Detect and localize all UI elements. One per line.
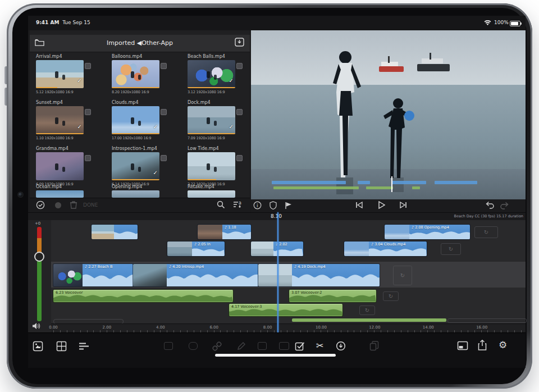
insert-clip-icon[interactable] (336, 341, 346, 351)
timeline-playhead[interactable] (277, 212, 278, 332)
ruler-label: 12.00 (369, 325, 380, 330)
link-clips-icon[interactable] (212, 341, 222, 351)
multi-select-icon[interactable] (295, 341, 305, 351)
ruler-label: 14.00 (423, 325, 434, 330)
pencil-tool-icon[interactable] (236, 341, 246, 351)
split-clip-icon[interactable]: ✂ (316, 340, 323, 351)
ruler-label: 8.00 (263, 325, 272, 330)
mask-tool-icon[interactable] (279, 342, 289, 350)
home-indicator[interactable] (215, 354, 336, 357)
ruler-label: 0.00 (49, 325, 58, 330)
frame-tool-icon[interactable] (164, 342, 173, 350)
crop-tool-icon[interactable] (258, 342, 267, 350)
ruler-label: 2.00 (103, 325, 112, 330)
ruler-label: 6.00 (209, 325, 218, 330)
copy-clip-icon[interactable] (369, 341, 379, 351)
bottom-toolbar (28, 332, 526, 368)
share-export-icon[interactable] (478, 340, 487, 350)
settings-gear-icon[interactable]: ⚙ (499, 339, 507, 350)
track-list-icon[interactable] (79, 342, 90, 351)
preview-layout-icon[interactable] (457, 341, 468, 350)
project-manager-icon[interactable] (33, 341, 43, 352)
ruler-label: 4.00 (156, 325, 165, 330)
library-layout-icon[interactable] (56, 341, 67, 352)
ruler-label: 16.00 (476, 325, 487, 330)
fit-tool-icon[interactable] (189, 342, 198, 350)
ruler-label: 10.00 (316, 325, 327, 330)
